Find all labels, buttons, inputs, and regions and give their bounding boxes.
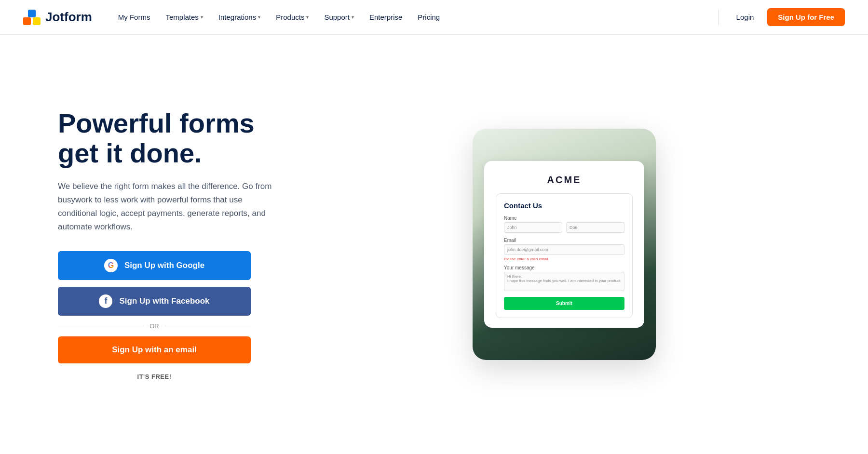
- hero-right: ACME Contact Us Name John Doe: [318, 129, 810, 360]
- nav-my-forms[interactable]: My Forms: [111, 9, 157, 25]
- nav-enterprise[interactable]: Enterprise: [363, 9, 409, 25]
- or-divider: OR: [58, 322, 251, 330]
- nav-links: My Forms Templates ▾ Integrations ▾ Prod…: [111, 9, 715, 25]
- name-field-row: John Doe: [504, 222, 624, 233]
- svg-rect-0: [23, 17, 31, 25]
- name-field-label: Name: [504, 215, 624, 221]
- logo-text: Jotform: [45, 10, 92, 25]
- nav-products[interactable]: Products ▾: [269, 9, 315, 25]
- hero-section: Powerful forms get it done. We believe t…: [0, 35, 868, 454]
- hero-title: Powerful forms get it done.: [58, 108, 280, 168]
- products-chevron-icon: ▾: [306, 14, 309, 20]
- nav-templates[interactable]: Templates ▾: [159, 9, 209, 25]
- form-mockup-wrapper: ACME Contact Us Name John Doe: [473, 129, 656, 360]
- message-content: Hi there,I hope this message finds you w…: [507, 274, 620, 283]
- email-error: Please enter a valid email.: [504, 257, 624, 261]
- nav-integrations[interactable]: Integrations ▾: [212, 9, 267, 25]
- logo-icon: [23, 9, 41, 26]
- or-line-right: [165, 326, 251, 326]
- message-field-label: Your message: [504, 265, 624, 270]
- first-name-input[interactable]: John: [504, 222, 562, 233]
- google-icon: G: [104, 259, 118, 272]
- its-free-label: IT'S FREE!: [58, 373, 251, 380]
- email-field-group: Email john.doe@gmail.com: [504, 238, 624, 255]
- acme-logo: ACME: [496, 174, 633, 186]
- signup-free-button[interactable]: Sign Up for Free: [767, 8, 845, 26]
- submit-button[interactable]: Submit: [504, 297, 624, 310]
- form-card-title: Contact Us: [504, 201, 624, 210]
- nav-divider: [719, 10, 719, 25]
- last-name-field: Doe: [566, 222, 624, 233]
- email-field-label: Email: [504, 238, 624, 243]
- signup-email-button[interactable]: Sign Up with an email: [58, 336, 251, 363]
- svg-rect-2: [33, 17, 41, 25]
- facebook-icon: f: [99, 294, 112, 308]
- templates-chevron-icon: ▾: [201, 14, 203, 20]
- or-line-left: [58, 326, 144, 326]
- svg-rect-1: [28, 10, 36, 17]
- support-chevron-icon: ▾: [352, 14, 354, 20]
- message-textarea[interactable]: Hi there,I hope this message finds you w…: [504, 272, 624, 291]
- signup-buttons: G Sign Up with Google f Sign Up with Fac…: [58, 251, 251, 380]
- nav-pricing[interactable]: Pricing: [411, 9, 447, 25]
- login-button[interactable]: Login: [727, 9, 764, 25]
- navbar: Jotform My Forms Templates ▾ Integration…: [0, 0, 868, 35]
- hero-description: We believe the right form makes all the …: [58, 180, 280, 234]
- form-mockup-inner: ACME Contact Us Name John Doe: [484, 161, 644, 328]
- email-input[interactable]: john.doe@gmail.com: [504, 244, 624, 255]
- nav-right: Login Sign Up for Free: [715, 8, 845, 26]
- signup-google-button[interactable]: G Sign Up with Google: [58, 251, 251, 280]
- first-name-field: John: [504, 222, 562, 233]
- integrations-chevron-icon: ▾: [258, 14, 260, 20]
- nav-support[interactable]: Support ▾: [317, 9, 361, 25]
- signup-facebook-button[interactable]: f Sign Up with Facebook: [58, 287, 251, 316]
- form-card: Contact Us Name John Doe: [496, 193, 633, 318]
- logo-link[interactable]: Jotform: [23, 9, 92, 26]
- last-name-input[interactable]: Doe: [566, 222, 624, 233]
- hero-left: Powerful forms get it done. We believe t…: [58, 108, 280, 380]
